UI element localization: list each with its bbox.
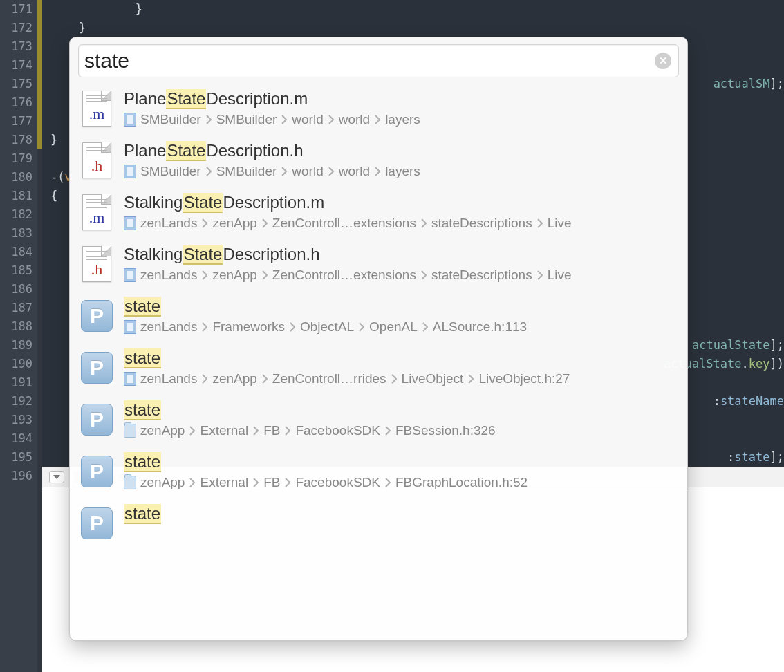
chevron-right-icon	[359, 322, 364, 332]
change-marker	[37, 392, 42, 411]
path-segment: FB	[263, 422, 280, 439]
chevron-right-icon	[328, 115, 334, 124]
objc-header-file-icon: .h	[80, 245, 114, 283]
property-symbol-icon: P	[80, 348, 114, 387]
path-segment: FBSession.h:326	[395, 422, 496, 439]
chevron-right-icon	[206, 167, 212, 176]
code-line: :state];	[727, 448, 784, 467]
results-list[interactable]: .mPlaneStateDescription.mSMBuilderSMBuil…	[70, 83, 687, 640]
path-segment: zenApp	[140, 422, 185, 439]
search-box[interactable]: ✕	[78, 44, 679, 77]
line-number: 187	[0, 299, 37, 317]
line-number: 182	[0, 205, 37, 224]
result-body: statezenLandszenAppZenControll…rridesLiv…	[124, 348, 678, 387]
line-number: 188	[0, 317, 37, 336]
change-marker	[37, 187, 42, 205]
change-marker	[37, 317, 42, 336]
result-row[interactable]: .mPlaneStateDescription.mSMBuilderSMBuil…	[74, 83, 683, 135]
result-title: PlaneStateDescription.m	[124, 89, 678, 109]
result-path: zenLandszenAppZenControll…extensionsstat…	[124, 215, 678, 232]
path-segment: Live	[548, 215, 572, 232]
result-row[interactable]: .hStalkingStateDescription.hzenLandszenA…	[74, 239, 683, 290]
line-number: 185	[0, 261, 37, 280]
chevron-right-icon	[281, 115, 287, 124]
change-marker	[37, 373, 42, 392]
folder-icon	[124, 424, 136, 438]
xcode-project-icon	[124, 372, 136, 386]
result-title: state	[124, 504, 678, 523]
result-title: StalkingStateDescription.m	[124, 193, 678, 212]
path-segment: zenLands	[140, 319, 197, 335]
chevron-right-icon	[537, 218, 543, 228]
change-marker	[37, 280, 42, 299]
xcode-project-icon	[124, 268, 136, 282]
chevron-right-icon	[262, 218, 268, 228]
search-wrap: ✕	[70, 37, 687, 83]
line-number: 195	[0, 448, 37, 467]
path-segment: zenApp	[212, 267, 256, 283]
result-path: zenAppExternalFBFacebookSDKFBGraphLocati…	[124, 474, 678, 491]
chevron-right-icon	[290, 322, 295, 332]
change-marker	[37, 37, 42, 56]
path-segment: External	[200, 474, 248, 491]
result-row[interactable]: PstatezenLandszenAppZenControll…rridesLi…	[74, 342, 683, 394]
result-title: state	[124, 400, 678, 420]
chevron-right-icon	[202, 218, 207, 228]
chevron-right-icon	[385, 478, 391, 487]
path-segment: stateDescriptions	[431, 267, 532, 283]
line-number: 176	[0, 93, 37, 112]
result-path: SMBuilderSMBuilderworldworldlayers	[124, 111, 678, 128]
change-marker	[37, 429, 42, 448]
chevron-right-icon	[189, 478, 195, 487]
change-marker	[37, 205, 42, 224]
result-row[interactable]: PstatezenAppExternalFBFacebookSDKFBSessi…	[74, 394, 683, 446]
result-title: StalkingStateDescription.h	[124, 245, 678, 264]
line-number: 193	[0, 411, 37, 429]
chevron-right-icon	[375, 115, 380, 124]
objc-implementation-file-icon: .m	[80, 89, 114, 128]
line-number: 175	[0, 75, 37, 93]
result-row[interactable]: .mStalkingStateDescription.mzenLandszenA…	[74, 187, 683, 239]
change-marker	[37, 467, 42, 485]
change-marker	[37, 19, 42, 37]
match-highlight: state	[124, 400, 161, 420]
chevron-right-icon	[537, 270, 543, 280]
result-row[interactable]: .hPlaneStateDescription.hSMBuilderSMBuil…	[74, 135, 683, 187]
line-number: 183	[0, 224, 37, 243]
path-segment: FBGraphLocation.h:52	[395, 474, 528, 491]
result-path: SMBuilderSMBuilderworldworldlayers	[124, 163, 678, 180]
change-marker	[37, 93, 42, 112]
result-row[interactable]: Pstate	[74, 498, 683, 550]
objc-header-file-icon: .h	[80, 141, 114, 180]
line-number: 179	[0, 149, 37, 168]
related-items-icon[interactable]	[49, 471, 64, 483]
result-row[interactable]: PstatezenLandsFrameworksObjectALOpenALAL…	[74, 290, 683, 342]
path-segment: ZenControll…extensions	[272, 215, 416, 232]
line-number: 180	[0, 168, 37, 187]
line-number: 173	[0, 37, 37, 56]
chevron-right-icon	[421, 218, 427, 228]
property-symbol-icon: P	[80, 504, 114, 543]
result-row[interactable]: PstatezenAppExternalFBFacebookSDKFBGraph…	[74, 446, 683, 498]
search-input[interactable]	[84, 49, 655, 73]
chevron-right-icon	[468, 374, 474, 384]
result-title: PlaneStateDescription.h	[124, 141, 678, 160]
path-segment: ALSource.h:113	[433, 319, 527, 335]
objc-implementation-file-icon: .m	[80, 193, 114, 232]
path-segment: LiveObject.h:27	[478, 371, 570, 387]
path-segment: SMBuilder	[216, 163, 277, 180]
clear-search-button[interactable]: ✕	[655, 53, 671, 69]
path-segment: SMBuilder	[140, 163, 201, 180]
xcode-project-icon	[124, 320, 136, 334]
line-number: 184	[0, 243, 37, 261]
line-number: 190	[0, 355, 37, 373]
line-number: 196	[0, 467, 37, 485]
chevron-right-icon	[285, 426, 290, 436]
path-segment: LiveObject	[402, 371, 464, 387]
chevron-right-icon	[262, 270, 268, 280]
path-segment: zenApp	[212, 215, 256, 232]
result-body: StalkingStateDescription.mzenLandszenApp…	[124, 193, 678, 232]
path-segment: ZenControll…rrides	[272, 371, 386, 387]
path-segment: zenApp	[212, 371, 256, 387]
path-segment: zenLands	[140, 267, 197, 283]
